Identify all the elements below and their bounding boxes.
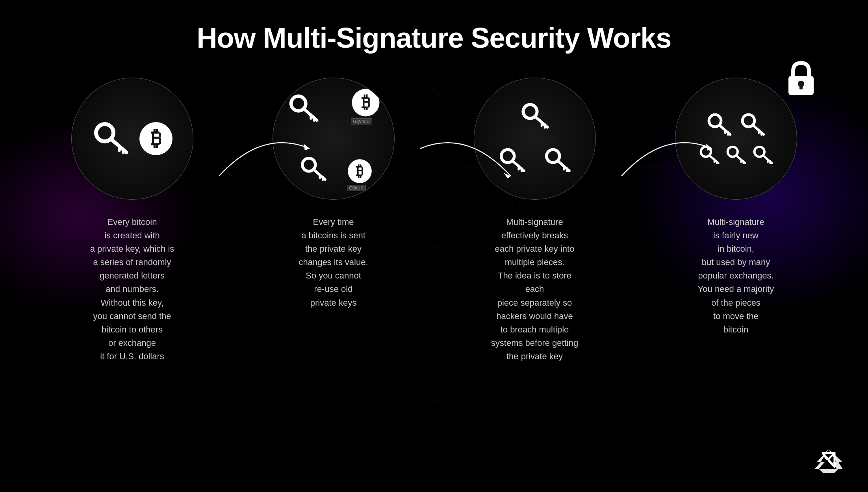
step-3-key-bl <box>497 146 527 177</box>
page-title: How Multi-Signature Security Works <box>0 0 868 62</box>
step-1-column: ₿ Every bitcoin is created with a privat… <box>38 78 227 363</box>
label-g0duk: G0dUK <box>347 185 366 191</box>
svg-rect-21 <box>799 84 803 89</box>
step-2-column: ₿ GqV4qU ₿ G0d <box>239 78 428 310</box>
step-3-circle <box>474 78 596 200</box>
step-3-column: Multi-signature effectively breaks each … <box>440 78 629 363</box>
step-2-key-bl <box>299 154 328 186</box>
step-4-key-1 <box>705 111 733 139</box>
step-4-bottom-row <box>698 144 774 167</box>
step-2-key-tl <box>287 92 320 127</box>
step-1-description: Every bitcoin is created with a private … <box>90 215 174 363</box>
bitcoin-icon-1: ₿ <box>138 121 174 156</box>
step-4-key-4 <box>725 144 747 167</box>
step-2-btc-tr: ₿ GqV4qU <box>351 88 380 119</box>
step-2-circle: ₿ GqV4qU ₿ G0d <box>273 78 395 200</box>
step-3-key-br <box>543 146 572 177</box>
step-2-btc-br: ₿ G0dUK <box>347 158 373 186</box>
step-4-description: Multi-signature is fairly new in bitcoin… <box>698 215 774 336</box>
brand-logo <box>813 447 844 476</box>
step-4-key-5 <box>751 144 774 167</box>
step-4-top-row <box>705 111 766 139</box>
step-4-column: Multi-signature is fairly new in bitcoin… <box>642 78 831 336</box>
step-1-icons: ₿ <box>91 119 174 158</box>
step-4-keys <box>687 111 785 167</box>
content-area: ₿ Every bitcoin is created with a privat… <box>0 62 868 363</box>
svg-text:₿: ₿ <box>356 163 364 179</box>
step-1-circle: ₿ <box>71 78 193 200</box>
svg-text:₿: ₿ <box>151 127 161 150</box>
key-icon-1 <box>91 119 130 158</box>
lock-icon <box>785 61 817 98</box>
svg-text:₿: ₿ <box>361 93 370 112</box>
step-3-keys <box>491 95 578 182</box>
step-3-key-top <box>519 100 551 132</box>
step-3-description: Multi-signature effectively breaks each … <box>491 215 578 363</box>
step-4-key-2 <box>739 111 766 139</box>
label-gqv4qu: GqV4qU <box>351 118 372 124</box>
step-4-circle <box>675 78 797 200</box>
step-4-key-3 <box>698 144 721 167</box>
step-2-description: Every time a bitcoins is sent the privat… <box>299 215 368 310</box>
